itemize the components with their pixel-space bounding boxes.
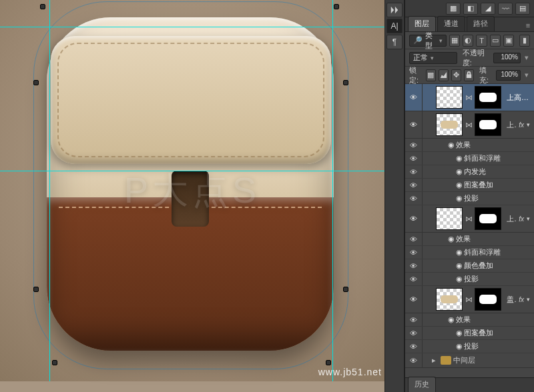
filter-toggle-switch[interactable]: ▮ — [519, 35, 530, 47]
visibility-toggle-icon[interactable]: 👁 — [410, 275, 417, 283]
fx-collapse-icon[interactable]: ▾ — [527, 121, 534, 128]
panel-icon-paragraph[interactable]: ¶ — [386, 35, 403, 49]
visibility-toggle-icon[interactable]: 👁 — [410, 168, 417, 176]
anchor-handle[interactable] — [343, 80, 348, 85]
anchor-handle[interactable] — [334, 4, 339, 9]
layer-mask-thumbnail[interactable] — [475, 288, 501, 311]
layer-row[interactable]: 👁 ⋈ 上虚线【P大点... fx ▾ — [405, 205, 534, 233]
visibility-toggle-icon[interactable]: 👁 — [409, 119, 419, 130]
visibility-toggle-icon[interactable]: 👁 — [410, 141, 417, 149]
guide-horizontal[interactable] — [0, 27, 384, 27]
blend-mode-select[interactable]: 正常 ▾ — [409, 52, 457, 64]
layer-name[interactable]: 上高光【P大点S】 — [504, 93, 534, 103]
document-canvas[interactable]: P大点S — [0, 0, 384, 381]
mask-link-icon[interactable]: ⋈ — [465, 215, 472, 223]
visibility-toggle-icon[interactable]: 👁 — [410, 357, 417, 365]
anchor-handle[interactable] — [52, 360, 57, 365]
fx-item-row[interactable]: 👁 ◉ 颜色叠加 — [405, 259, 534, 273]
layer-group-row[interactable]: 👁 ▸ 中间层 — [405, 353, 534, 368]
fx-item-row[interactable]: 👁 ◉ 投影 — [405, 340, 534, 353]
filter-pixel-icon[interactable]: ▦ — [449, 35, 460, 47]
visibility-toggle-icon[interactable]: 👁 — [410, 181, 417, 189]
tab-layers[interactable]: 图层 — [408, 16, 436, 31]
layer-name[interactable]: 盖【P大点S】 — [504, 295, 516, 305]
filter-smart-icon[interactable]: ▣ — [503, 35, 514, 47]
fx-item-row[interactable]: 👁 ◉ 投影 — [405, 192, 534, 205]
opacity-value-input[interactable]: 100% — [493, 53, 521, 63]
mask-link-icon[interactable]: ⋈ — [465, 295, 472, 304]
layer-thumbnail[interactable] — [436, 207, 463, 230]
visibility-toggle-icon[interactable]: 👁 — [410, 262, 417, 270]
layer-mask-thumbnail[interactable] — [475, 86, 501, 109]
layer-row[interactable]: 👁 ⋈ 上高光【P大点S】 — [405, 84, 534, 111]
chevron-down-icon[interactable]: ▾ — [523, 71, 530, 79]
anchor-handle[interactable] — [343, 287, 348, 292]
fx-item-row[interactable]: 👁 ◉ 斜面和浮雕 — [405, 152, 534, 165]
layer-mask-thumbnail[interactable] — [475, 207, 501, 230]
layer-thumbnail[interactable] — [436, 113, 463, 136]
fx-item-row[interactable]: 👁 ◉ 投影 — [405, 273, 534, 286]
visibility-toggle-icon[interactable]: 👁 — [410, 235, 417, 243]
adjustment-icon[interactable]: ◢ — [481, 3, 495, 15]
visibility-toggle-icon[interactable]: 👁 — [410, 316, 417, 324]
anchor-handle[interactable] — [33, 287, 39, 292]
fx-item-row[interactable]: 👁 ◉ 斜面和浮雕 — [405, 246, 534, 259]
fx-item-row[interactable]: 👁 ◉ 图案叠加 — [405, 327, 534, 340]
group-expand-arrow-icon[interactable]: ▸ — [429, 356, 439, 365]
guide-vertical[interactable] — [49, 0, 50, 381]
tab-channels[interactable]: 通道 — [437, 16, 465, 31]
panel-flyout-menu[interactable]: ≡ — [522, 19, 534, 31]
chevron-down-icon[interactable]: ▾ — [523, 53, 530, 62]
filter-adjust-icon[interactable]: ◐ — [463, 35, 473, 47]
layer-mask-thumbnail[interactable] — [475, 113, 501, 136]
fx-item-row[interactable]: 👁 ◉ 图案叠加 — [405, 179, 534, 192]
panel-icon-text[interactable]: A| — [386, 19, 403, 33]
visibility-toggle-icon[interactable]: 👁 — [410, 155, 417, 163]
anchor-handle[interactable] — [33, 80, 39, 85]
visibility-toggle-icon[interactable]: 👁 — [410, 329, 417, 337]
lock-pixels-icon[interactable] — [439, 69, 449, 81]
adjustment-icon[interactable]: ▤ — [515, 3, 530, 15]
lock-all-icon[interactable] — [464, 69, 474, 81]
visibility-toggle-icon[interactable]: 👁 — [409, 92, 419, 103]
mask-link-icon[interactable]: ⋈ — [465, 93, 472, 102]
guide-horizontal[interactable] — [0, 171, 384, 171]
layer-thumbnail[interactable] — [436, 288, 463, 311]
mask-link-icon[interactable]: ⋈ — [465, 121, 472, 129]
panel-icon-button[interactable] — [386, 3, 403, 17]
layers-tree[interactable]: 👁 ⋈ 上高光【P大点S】 👁 ⋈ 上【P大点S】 fx ▾ 👁 ◉ 效果 👁 … — [405, 84, 534, 377]
fx-header-row[interactable]: 👁 ◉ 效果 — [405, 233, 534, 246]
fx-item-row[interactable]: 👁 ◉ 内发光 — [405, 165, 534, 179]
layer-row[interactable]: 👁 ⋈ 盖【P大点S】 fx ▾ — [405, 286, 534, 313]
group-name[interactable]: 中间层 — [453, 355, 475, 365]
layer-name[interactable]: 上虚线【P大点... — [504, 214, 516, 224]
tab-paths[interactable]: 路径 — [467, 16, 495, 31]
anchor-handle[interactable] — [40, 4, 45, 9]
fx-badge[interactable]: fx — [516, 121, 527, 129]
visibility-toggle-icon[interactable]: 👁 — [410, 195, 417, 203]
lock-position-icon[interactable]: ✥ — [451, 69, 461, 81]
layer-thumbnail[interactable] — [436, 86, 463, 109]
guide-vertical[interactable] — [332, 0, 333, 381]
visibility-toggle-icon[interactable]: 👁 — [410, 343, 417, 351]
fx-badge[interactable]: fx — [516, 296, 527, 303]
filter-shape-icon[interactable]: ▭ — [490, 35, 501, 47]
layer-row[interactable]: 👁 ⋈ 上【P大点S】 fx ▾ — [405, 111, 534, 139]
tab-history[interactable]: 历史 — [408, 377, 436, 392]
filter-kind-select[interactable]: 🔎 类型 ▾ — [409, 35, 447, 47]
fx-header-row[interactable]: 👁 ◉ 效果 — [405, 139, 534, 152]
adjustment-icon[interactable]: ▩ — [446, 3, 461, 15]
adjustment-icon[interactable]: ◧ — [463, 3, 478, 15]
adjustment-icon[interactable]: 〰 — [498, 3, 513, 15]
fx-collapse-icon[interactable]: ▾ — [527, 296, 534, 303]
visibility-toggle-icon[interactable]: 👁 — [409, 294, 419, 305]
fx-collapse-icon[interactable]: ▾ — [527, 215, 534, 222]
visibility-toggle-icon[interactable]: 👁 — [410, 249, 417, 257]
lock-transparency-icon[interactable]: ▩ — [426, 69, 436, 81]
anchor-handle[interactable] — [326, 360, 331, 365]
fx-header-row[interactable]: 👁 ◉ 效果 — [405, 313, 534, 327]
visibility-toggle-icon[interactable]: 👁 — [409, 213, 419, 224]
fill-value-input[interactable]: 100% — [496, 70, 521, 81]
fx-badge[interactable]: fx — [516, 215, 527, 223]
layer-name[interactable]: 上【P大点S】 — [504, 120, 516, 130]
